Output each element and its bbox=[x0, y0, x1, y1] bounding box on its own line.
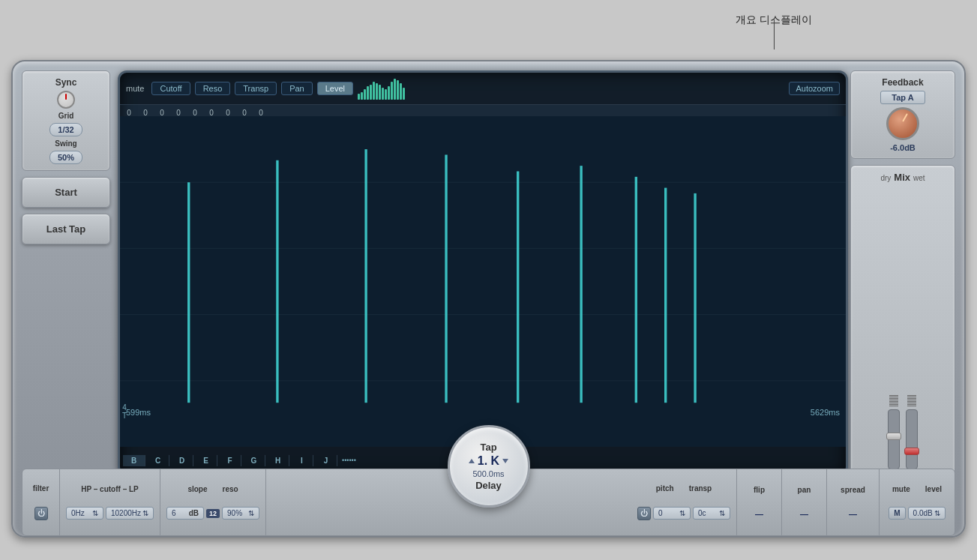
mute-level-values: M 0.0dB ⇅ bbox=[889, 507, 945, 520]
meter-bar bbox=[385, 89, 387, 100]
transp-unit-arrows: ⇅ bbox=[719, 509, 725, 517]
slope-unit: dB bbox=[189, 509, 199, 517]
right-panel: Feedback Tap A -6.0dB dry Mix wet bbox=[850, 70, 955, 476]
mix-wet-label: wet bbox=[913, 174, 925, 182]
meter-bar bbox=[379, 85, 381, 100]
start-button[interactable]: Start bbox=[22, 177, 110, 208]
tap-top-label: Tap bbox=[480, 442, 496, 453]
bottom-panel: Tap 1. K 500.0ms Delay filter ⏻ HP – cut… bbox=[13, 454, 964, 536]
spread-value: — bbox=[849, 510, 857, 519]
transp-value: 0 bbox=[658, 509, 663, 517]
meter-bar bbox=[367, 86, 369, 100]
sync-label: Sync bbox=[55, 77, 77, 88]
svg-rect-8 bbox=[517, 172, 519, 403]
step-0: 0 bbox=[126, 109, 132, 117]
meter-bar bbox=[382, 88, 384, 100]
slope-values-row: 6 dB 12 90% ⇅ bbox=[166, 507, 259, 520]
level-button[interactable]: Level bbox=[317, 82, 353, 95]
pan-label: pan bbox=[798, 486, 811, 494]
tooltip-label: 개요 디스플레이 bbox=[736, 13, 812, 27]
feedback-knob[interactable] bbox=[886, 107, 919, 140]
slope-badge: 12 bbox=[206, 509, 220, 518]
tap-delay-value: 500.0ms bbox=[472, 469, 504, 478]
meter-bar bbox=[361, 92, 363, 100]
reso-value: 90% bbox=[227, 509, 242, 517]
filter-type-section: HP – cutoff – LP 0Hz ⇅ 10200Hz ⇅ bbox=[60, 469, 160, 535]
reso-dropdown[interactable]: 90% ⇅ bbox=[222, 507, 259, 520]
meter-bar bbox=[388, 86, 390, 100]
svg-rect-6 bbox=[364, 149, 367, 403]
svg-rect-4 bbox=[187, 182, 190, 403]
meter-bar bbox=[400, 83, 402, 100]
feedback-db-label: -6.0dB bbox=[890, 143, 916, 152]
swing-value[interactable]: 50% bbox=[49, 151, 82, 164]
reso-button[interactable]: Reso bbox=[195, 82, 231, 95]
step-5: 0 bbox=[208, 109, 214, 117]
transp-label: transp bbox=[689, 484, 712, 493]
meter-bar bbox=[376, 83, 378, 100]
tap-up-arrow[interactable] bbox=[469, 459, 475, 463]
filter-power-button[interactable]: ⏻ bbox=[34, 507, 48, 520]
slope-dropdown[interactable]: 6 dB bbox=[166, 507, 204, 520]
meter-bar bbox=[364, 89, 366, 100]
tap-a-pill[interactable]: Tap A bbox=[880, 91, 925, 104]
time-start: 599ms bbox=[126, 408, 151, 417]
meter-bar bbox=[397, 80, 399, 100]
swing-label: Swing bbox=[55, 139, 76, 148]
pan-button[interactable]: Pan bbox=[281, 82, 313, 95]
viz-area[interactable]: 599ms 5629ms 4T bbox=[120, 116, 846, 447]
tap-value[interactable]: 1. K bbox=[469, 454, 508, 468]
center-display: mute Cutoff Reso Transp Pan Level bbox=[118, 70, 848, 476]
transp-unit: 0c bbox=[698, 509, 706, 517]
svg-rect-11 bbox=[664, 188, 667, 403]
slope-value: 6 bbox=[172, 509, 176, 517]
feedback-box: Feedback Tap A -6.0dB bbox=[850, 70, 955, 159]
flip-value: — bbox=[755, 510, 763, 519]
level-dropdown[interactable]: 0.0dB ⇅ bbox=[908, 507, 946, 520]
last-tap-button[interactable]: Last Tap bbox=[22, 214, 110, 244]
cutoff-button[interactable]: Cutoff bbox=[151, 82, 190, 95]
transp-power-button[interactable]: ⏻ bbox=[637, 507, 651, 520]
level-meter bbox=[358, 77, 405, 100]
flip-label: flip bbox=[754, 486, 765, 494]
step-6: 0 bbox=[225, 109, 231, 117]
tap-down-arrow[interactable] bbox=[502, 459, 508, 463]
grid-value[interactable]: 1/32 bbox=[49, 123, 82, 136]
pitch-section: pitch transp ⏻ 0 ⇅ 0c ⇅ bbox=[631, 469, 737, 535]
pitch-values-row: ⏻ 0 ⇅ 0c ⇅ bbox=[637, 507, 730, 520]
sync-knob[interactable] bbox=[57, 91, 75, 109]
mix-sliders bbox=[857, 187, 949, 469]
hz-arrows: ⇅ bbox=[92, 509, 98, 517]
filter-label: filter bbox=[33, 484, 49, 493]
step-3: 0 bbox=[175, 109, 181, 117]
dry-slider-thumb[interactable] bbox=[886, 433, 901, 440]
feedback-label: Feedback bbox=[882, 77, 923, 88]
pitch-label: pitch bbox=[656, 484, 674, 493]
spread-label: spread bbox=[841, 486, 865, 494]
tap-value-text: 1. K bbox=[478, 454, 499, 468]
tap-circle[interactable]: Tap 1. K 500.0ms Delay bbox=[448, 425, 530, 508]
transp-dropdown[interactable]: 0 ⇅ bbox=[653, 507, 691, 520]
viz-svg bbox=[120, 116, 846, 447]
transp-button[interactable]: Transp bbox=[235, 82, 277, 95]
level-value: 0.0dB bbox=[913, 509, 933, 517]
grid-label: Grid bbox=[58, 112, 74, 120]
slope-section: slope reso 6 dB 12 90% ⇅ bbox=[160, 469, 266, 535]
autozoom-button[interactable]: Autozoom bbox=[789, 82, 840, 95]
flip-section: flip — bbox=[737, 469, 782, 535]
mute-label-bottom: mute bbox=[892, 485, 910, 493]
mute-button[interactable]: M bbox=[889, 507, 905, 520]
hz-value: 0Hz bbox=[71, 509, 85, 517]
pan-section: pan — bbox=[782, 469, 827, 535]
slope-label: slope bbox=[187, 485, 207, 493]
hz-dropdown[interactable]: 0Hz ⇅ bbox=[66, 507, 103, 520]
mix-box: dry Mix wet bbox=[850, 165, 955, 476]
svg-rect-9 bbox=[580, 166, 582, 403]
step-4: 0 bbox=[192, 109, 198, 117]
level-arrows: ⇅ bbox=[934, 509, 940, 517]
transp-unit-dropdown[interactable]: 0c ⇅ bbox=[693, 507, 730, 520]
fraction-indicator: 4T bbox=[122, 403, 127, 420]
cutoff-dropdown[interactable]: 10200Hz ⇅ bbox=[106, 507, 154, 520]
meter-bar bbox=[394, 79, 396, 100]
filter-type-label: HP – cutoff – LP bbox=[81, 485, 139, 493]
